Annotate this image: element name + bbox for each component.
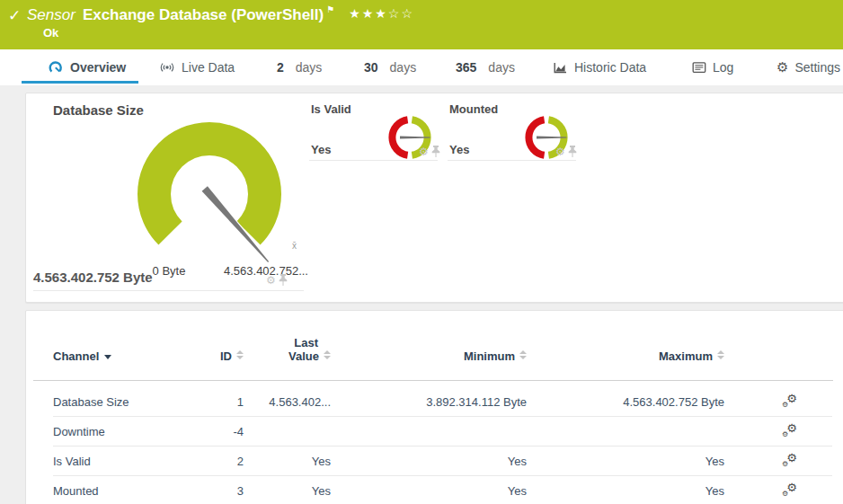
sensor-header: ✓ SensorExchange Database (PowerShell)⚑★… [0, 0, 843, 49]
sort-icon [519, 350, 527, 359]
stars-empty[interactable]: ☆☆ [388, 6, 414, 21]
channel-id: 1 [188, 395, 244, 409]
edit-channel-gears-icon[interactable]: ⚙⚙ [782, 393, 797, 408]
table-header-divider [33, 380, 833, 381]
stars-filled[interactable]: ★★★ [349, 6, 388, 21]
tab-live-data[interactable]: Live Data [159, 49, 235, 85]
column-header-maximum[interactable]: Maximum [527, 349, 724, 365]
gauge-title-is-valid: Is Valid [311, 102, 351, 116]
card-divider [33, 290, 304, 291]
tab-overview[interactable]: Overview [48, 49, 126, 85]
live-icon [159, 61, 175, 74]
column-header-channel[interactable]: Channel [53, 349, 188, 365]
priority-stars[interactable]: ★★★☆☆ [349, 6, 414, 21]
overview-page: Database Size x̄ 0 Byte 4.563.402.752...… [0, 85, 843, 504]
channel-last-value: 4.563.402... [244, 395, 331, 409]
channel-minimum: Yes [331, 455, 527, 468]
sort-icon [236, 350, 244, 359]
channel-id: 3 [188, 484, 244, 498]
active-tab-underline [22, 81, 138, 84]
object-kind-label: Sensor [27, 6, 75, 23]
tab-log[interactable]: Log [692, 49, 733, 85]
tab-30-days[interactable]: 30days [364, 49, 416, 85]
channel-minimum: Yes [331, 484, 527, 498]
channel-name[interactable]: Mounted [53, 484, 188, 498]
channel-settings-gear-icon[interactable]: ⚙ [555, 146, 565, 157]
column-header-id[interactable]: ID [188, 349, 244, 365]
mean-marker: x̄ [292, 241, 297, 251]
ok-check-icon: ✓ [8, 6, 21, 25]
channel-maximum: Yes [527, 484, 724, 498]
log-icon [692, 61, 706, 74]
card-divider [309, 160, 438, 161]
channel-table-panel: Channel ID Last Value Minimum Maximum Da… [25, 310, 843, 504]
tab-historic-data[interactable]: Historic Data [553, 49, 646, 85]
table-row[interactable]: Downtime -4 ⚙⚙ [53, 417, 832, 447]
tab-label: Settings [794, 60, 840, 75]
table-row[interactable]: Mounted 3 Yes Yes Yes ⚙⚙ [53, 476, 832, 504]
priority-flag-icon[interactable]: ⚑ [326, 4, 334, 14]
column-header-minimum[interactable]: Minimum [331, 349, 527, 365]
tab-label: Overview [70, 60, 126, 75]
tab-label: 2 [277, 60, 284, 75]
gauge-value-mounted: Yes [449, 143, 469, 156]
database-size-gauge [129, 111, 290, 266]
channel-maximum: Yes [527, 455, 724, 468]
tab-label: Live Data [182, 60, 235, 75]
channel-minimum: 3.892.314.112 Byte [331, 395, 527, 409]
tab-label: Historic Data [574, 60, 646, 75]
channel-settings-gear-icon[interactable]: ⚙ [419, 146, 429, 157]
channel-last-value: Yes [244, 484, 331, 498]
sort-icon [324, 350, 331, 359]
tab-2-days[interactable]: 2days [277, 49, 322, 85]
channel-last-value: Yes [244, 455, 331, 468]
channel-settings-gear-icon[interactable]: ⚙ [266, 275, 276, 286]
gauge-value-is-valid: Yes [311, 143, 331, 156]
channel-id: 2 [188, 455, 244, 468]
table-row[interactable]: Is Valid 2 Yes Yes Yes ⚙⚙ [53, 447, 832, 476]
gauges-panel: Database Size x̄ 0 Byte 4.563.402.752...… [25, 93, 843, 303]
pin-icon[interactable] [431, 146, 440, 157]
tab-bar: Overview Live Data 2days 30days 365days … [0, 49, 843, 85]
sensor-status-badge: Ok [43, 26, 58, 40]
gauge-icon [48, 60, 64, 75]
sensor-title: Exchange Database (PowerShell) [83, 6, 324, 23]
sort-desc-icon [104, 355, 111, 359]
tab-label: Log [713, 60, 733, 75]
channel-name[interactable]: Database Size [53, 395, 188, 409]
channel-table-body: Database Size 1 4.563.402... 3.892.314.1… [53, 387, 832, 504]
edit-channel-gears-icon[interactable]: ⚙⚙ [782, 482, 797, 497]
channel-id: -4 [188, 425, 244, 438]
pin-icon[interactable] [279, 274, 288, 286]
tab-label: 365 [456, 60, 476, 75]
area-chart-icon [553, 61, 568, 75]
column-header-last-value[interactable]: Last Value [244, 336, 331, 365]
gear-icon: ⚙ [776, 59, 788, 75]
tab-settings[interactable]: ⚙ Settings [776, 49, 840, 85]
pin-icon[interactable] [568, 146, 577, 157]
tab-label: 30 [364, 60, 378, 75]
channel-maximum: 4.563.402.752 Byte [527, 395, 724, 409]
sort-icon [717, 350, 724, 359]
tab-365-days[interactable]: 365days [456, 49, 515, 85]
channel-name[interactable]: Downtime [53, 425, 188, 438]
channel-table-header: Channel ID Last Value Minimum Maximum [53, 336, 832, 365]
edit-channel-gears-icon[interactable]: ⚙⚙ [782, 453, 797, 467]
gauge-value-database-size: 4.563.402.752 Byte [33, 270, 153, 285]
gauge-title-mounted: Mounted [449, 102, 498, 116]
edit-channel-gears-icon[interactable]: ⚙⚙ [782, 423, 797, 438]
card-divider [448, 160, 576, 161]
table-row[interactable]: Database Size 1 4.563.402... 3.892.314.1… [53, 387, 832, 417]
channel-name[interactable]: Is Valid [53, 455, 188, 468]
